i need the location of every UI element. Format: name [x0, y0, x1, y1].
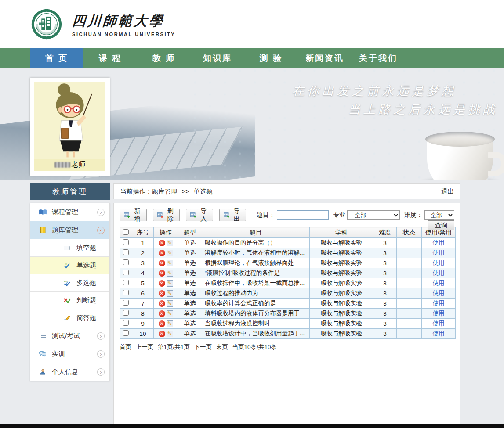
use-link[interactable]: 使用 — [433, 259, 445, 266]
pagination-last[interactable]: 末页 — [216, 344, 228, 350]
use-link[interactable]: 使用 — [433, 300, 445, 306]
row-difficulty: 3 — [373, 319, 397, 329]
row-use-cell: 使用 — [422, 319, 456, 329]
major-filter-label: 专业 — [333, 211, 345, 219]
sidebar-item-multi-choice[interactable]: ABC 多选题 — [30, 274, 109, 292]
sidebar-item-single-choice[interactable]: A 单选题 — [30, 257, 109, 274]
sidebar-item-question-bank[interactable]: 题库管理 › — [30, 221, 109, 239]
row-checkbox[interactable] — [123, 330, 129, 336]
title-filter-input[interactable] — [277, 210, 329, 220]
use-link[interactable]: 使用 — [433, 310, 445, 317]
row-checkbox[interactable] — [123, 249, 129, 255]
difficulty-filter-select[interactable]: --全部-- — [424, 210, 454, 220]
edit-icon[interactable]: ✎ — [167, 280, 173, 287]
edit-icon[interactable]: ✎ — [167, 240, 173, 246]
edit-icon[interactable]: ✎ — [167, 270, 173, 277]
use-link[interactable]: 使用 — [433, 239, 445, 246]
row-checkbox[interactable] — [123, 270, 129, 275]
sidebar-item-short-answer[interactable]: 简答题 — [30, 309, 109, 327]
quote-line-1: 在你出发之前永远是梦想 — [292, 83, 457, 99]
edit-icon[interactable]: ✎ — [167, 320, 173, 327]
edit-icon[interactable]: ✎ — [167, 260, 173, 266]
row-use-cell: 使用 — [422, 329, 456, 339]
title-filter-label: 题目： — [257, 211, 275, 219]
university-name-en: SICHUAN NORMAL UNIVERSITY — [72, 32, 175, 37]
delete-button[interactable]: 删除 — [153, 209, 180, 221]
use-link[interactable]: 使用 — [433, 290, 445, 296]
edit-icon[interactable]: ✎ — [167, 310, 173, 317]
use-link[interactable]: 使用 — [433, 280, 445, 286]
row-checkbox[interactable] — [123, 259, 129, 265]
select-all-checkbox[interactable] — [123, 229, 129, 235]
row-checkbox[interactable] — [123, 320, 129, 326]
nav-item-home[interactable]: 首 页 — [30, 48, 83, 68]
single-check-icon: A — [62, 262, 72, 269]
nav-item-quiz[interactable]: 测 验 — [244, 48, 298, 68]
nav-item-courses[interactable]: 课 程 — [83, 48, 137, 68]
breadcrumb-section[interactable]: 题库管理 — [152, 187, 178, 196]
delete-icon[interactable]: ✕ — [159, 320, 165, 327]
pagination-next[interactable]: 下一页 — [194, 344, 212, 350]
use-link[interactable]: 使用 — [433, 330, 445, 337]
delete-icon[interactable]: ✕ — [159, 331, 165, 337]
sidebar-item-true-false[interactable]: 判断题 — [30, 292, 109, 309]
essay-pencil-icon — [62, 315, 72, 321]
sidebar-item-fill-blank[interactable]: 填空题 — [30, 239, 109, 257]
nav-item-knowledge[interactable]: 知识库 — [191, 48, 244, 68]
table-header-row: 序号操作题型题目学科难度状态使用/禁用 — [120, 227, 456, 238]
row-checkbox[interactable] — [123, 310, 129, 316]
search-button[interactable]: 查询 — [428, 220, 454, 230]
row-question-title: 填料吸收塔内的液体再分布器是用于 — [202, 309, 310, 319]
row-status — [397, 299, 422, 309]
row-checkbox[interactable] — [123, 280, 129, 285]
breadcrumb-page[interactable]: 单选题 — [193, 187, 213, 196]
delete-icon[interactable]: ✕ — [159, 250, 165, 256]
delete-icon[interactable]: ✕ — [159, 310, 165, 317]
import-button[interactable]: 导入 — [186, 209, 213, 221]
nav-item-about[interactable]: 关于我们 — [352, 48, 405, 68]
sidebar-item-tests[interactable]: 测试/考试 › — [30, 327, 109, 345]
row-select-cell — [120, 258, 132, 268]
row-subject: 吸收与解吸实验 — [310, 288, 373, 299]
nav-item-teachers[interactable]: 教 师 — [137, 48, 191, 68]
delete-icon[interactable]: ✕ — [159, 280, 165, 287]
major-filter-select[interactable]: -- 全部 -- — [347, 210, 400, 220]
row-checkbox[interactable] — [123, 300, 129, 306]
pagination-prev[interactable]: 上一页 — [136, 344, 154, 350]
row-checkbox[interactable] — [123, 239, 129, 245]
use-link[interactable]: 使用 — [433, 320, 445, 327]
logout-link[interactable]: 退出 — [441, 187, 454, 196]
row-checkbox[interactable] — [123, 290, 129, 295]
row-actions: ✕✎ — [154, 258, 178, 268]
use-link[interactable]: 使用 — [433, 249, 445, 256]
edit-icon[interactable]: ✎ — [167, 331, 173, 337]
delete-icon[interactable]: ✕ — [159, 270, 165, 277]
row-question-type: 单选 — [178, 238, 202, 248]
row-actions: ✕✎ — [154, 278, 178, 288]
delete-icon[interactable]: ✕ — [159, 240, 165, 246]
row-use-cell: 使用 — [422, 278, 456, 288]
delete-icon[interactable]: ✕ — [159, 290, 165, 297]
column-header: 题型 — [178, 227, 202, 238]
edit-icon[interactable]: ✎ — [167, 290, 173, 297]
teacher-name: 老师 — [34, 159, 105, 171]
sidebar-item-label: 课程管理 — [52, 208, 78, 216]
pagination-page-info: 第1页/共1页 — [158, 344, 190, 350]
add-button[interactable]: 新增 — [120, 209, 147, 221]
edit-icon[interactable]: ✎ — [167, 250, 173, 256]
delete-icon[interactable]: ✕ — [159, 260, 165, 266]
use-link[interactable]: 使用 — [433, 270, 445, 276]
pagination-first[interactable]: 首页 — [120, 344, 131, 350]
site-header: 四川師範大學 SICHUAN NORMAL UNIVERSITY — [0, 0, 504, 48]
delete-icon[interactable]: ✕ — [159, 300, 165, 307]
teacher-avatar-card: 老师 — [30, 78, 110, 176]
edit-icon[interactable]: ✎ — [167, 300, 173, 307]
export-button[interactable]: 导出 — [219, 209, 247, 221]
list-icon — [38, 333, 47, 339]
nav-item-news[interactable]: 新闻资讯 — [298, 48, 352, 68]
breadcrumb-separator: >> — [182, 188, 189, 195]
sidebar-item-personal-info[interactable]: 个人信息 › — [30, 363, 109, 381]
sidebar-item-course-management[interactable]: 课程管理 › — [30, 203, 109, 221]
sidebar-item-training[interactable]: 实训 › — [30, 345, 109, 363]
row-question-type: 单选 — [178, 299, 202, 309]
